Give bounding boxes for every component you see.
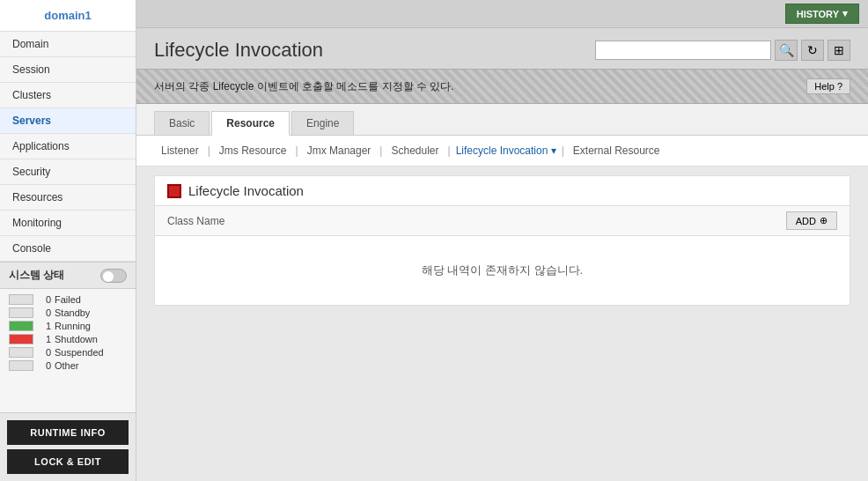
tabs-wrapper: BasicResourceEngine — [136, 104, 868, 136]
status-item-suspended: 0Suspended — [9, 347, 127, 358]
search-input[interactable] — [595, 41, 771, 60]
status-label-suspended: Suspended — [55, 347, 104, 358]
status-label-running: Running — [55, 321, 91, 331]
sub-nav-item-jms-resource[interactable]: Jms Resource — [212, 143, 294, 159]
sidebar-item-domain[interactable]: Domain — [0, 32, 136, 57]
tab-resource[interactable]: Resource — [211, 111, 290, 136]
history-button[interactable]: HISTORY ▾ — [785, 4, 859, 24]
sub-nav-separator: | — [206, 144, 212, 157]
chevron-down-icon: ▾ — [842, 8, 848, 19]
add-label: ADD — [796, 216, 816, 226]
sub-nav-separator: | — [294, 144, 300, 157]
status-count-failed: 0 — [39, 294, 51, 305]
sub-nav-item-scheduler[interactable]: Scheduler — [384, 143, 445, 159]
search-button[interactable]: 🔍 — [775, 40, 798, 61]
status-item-running: 1Running — [9, 321, 127, 331]
sidebar-item-session[interactable]: Session — [0, 57, 136, 83]
search-bar: 🔍 ↻ ⊞ — [595, 40, 850, 61]
status-item-failed: 0Failed — [9, 294, 127, 305]
add-button[interactable]: ADD ⊕ — [786, 211, 837, 230]
add-icon: ⊕ — [820, 215, 828, 226]
sidebar-item-servers[interactable]: Servers — [0, 108, 136, 134]
class-name-column: Class Name — [167, 215, 224, 227]
status-count-shutdown: 1 — [39, 334, 51, 344]
help-button[interactable]: Help ? — [806, 78, 850, 94]
system-status-toggle[interactable] — [100, 269, 127, 283]
default-bar — [9, 360, 33, 371]
refresh-button[interactable]: ↻ — [801, 40, 824, 61]
shutdown-bar — [9, 334, 33, 344]
system-status-header: 시스템 상태 — [0, 262, 136, 289]
sub-nav-separator: | — [446, 144, 452, 157]
status-count-running: 1 — [39, 321, 51, 331]
sub-nav-item-jmx-manager[interactable]: Jmx Manager — [300, 143, 379, 159]
sidebar: domain1 DomainSessionClustersServersAppl… — [0, 0, 136, 481]
status-count-other: 0 — [39, 360, 51, 371]
content-area: Lifecycle Invocation 🔍 ↻ ⊞ 서버의 각종 Lifecy… — [136, 28, 868, 481]
running-bar — [9, 321, 33, 331]
sub-nav-separator: | — [378, 144, 384, 157]
sidebar-nav: DomainSessionClustersServersApplications… — [0, 32, 136, 262]
sidebar-item-resources[interactable]: Resources — [0, 185, 136, 211]
section-title: Lifecycle Invocation — [188, 183, 304, 198]
sub-nav-item-listener[interactable]: Listener — [154, 143, 206, 159]
lifecycle-section: Lifecycle Invocation Class Name ADD ⊕ 해당… — [154, 175, 850, 306]
runtime-info-button[interactable]: RUNTIME INFO — [7, 420, 129, 445]
page-title: Lifecycle Invocation — [154, 39, 323, 62]
table-header-row: Class Name ADD ⊕ — [155, 206, 850, 236]
export-button[interactable]: ⊞ — [828, 40, 850, 61]
main-content: HISTORY ▾ Lifecycle Invocation 🔍 ↻ ⊞ 서버의… — [136, 0, 868, 481]
status-item-standby: 0Standby — [9, 307, 127, 318]
status-list: 0Failed0Standby1Running1Shutdown0Suspend… — [0, 289, 136, 412]
status-label-failed: Failed — [55, 294, 81, 305]
system-status-label: 시스템 상태 — [9, 268, 64, 283]
tab-engine[interactable]: Engine — [291, 111, 354, 135]
history-label: HISTORY — [797, 9, 839, 19]
tab-basic[interactable]: Basic — [154, 111, 210, 135]
section-icon — [167, 184, 181, 198]
status-label-other: Other — [55, 360, 79, 371]
sidebar-item-clusters[interactable]: Clusters — [0, 83, 136, 108]
sidebar-item-applications[interactable]: Applications — [0, 134, 136, 159]
sidebar-item-security[interactable]: Security — [0, 159, 136, 185]
section-header: Lifecycle Invocation — [155, 176, 850, 206]
sub-nav: Listener|Jms Resource|Jmx Manager|Schedu… — [136, 136, 868, 166]
lock-edit-button[interactable]: LOCK & EDIT — [7, 449, 129, 474]
status-label-standby: Standby — [55, 307, 90, 318]
sub-nav-separator: | — [560, 144, 566, 157]
tabs: BasicResourceEngine — [154, 111, 850, 135]
sub-nav-item-lifecycle-invocation[interactable]: Lifecycle Invocation ▾ — [452, 143, 560, 159]
status-count-suspended: 0 — [39, 347, 51, 358]
default-bar — [9, 294, 33, 305]
info-banner: 서버의 각종 Lifecycle 이벤트에 호출할 메소드를 지정할 수 있다.… — [136, 69, 868, 104]
topbar: HISTORY ▾ — [136, 0, 868, 28]
status-label-shutdown: Shutdown — [55, 334, 98, 344]
sidebar-domain[interactable]: domain1 — [0, 0, 136, 32]
default-bar — [9, 347, 33, 358]
sub-nav-item-external-resource[interactable]: External Resource — [566, 143, 667, 159]
info-text: 서버의 각종 Lifecycle 이벤트에 호출할 메소드를 지정할 수 있다. — [154, 79, 454, 94]
status-item-shutdown: 1Shutdown — [9, 334, 127, 344]
sidebar-bottom: RUNTIME INFO LOCK & EDIT — [0, 412, 136, 481]
status-count-standby: 0 — [39, 307, 51, 318]
empty-message: 해당 내역이 존재하지 않습니다. — [155, 236, 850, 305]
page-title-bar: Lifecycle Invocation 🔍 ↻ ⊞ — [136, 28, 868, 69]
sidebar-item-console[interactable]: Console — [0, 236, 136, 262]
default-bar — [9, 307, 33, 318]
status-item-other: 0Other — [9, 360, 127, 371]
sidebar-item-monitoring[interactable]: Monitoring — [0, 211, 136, 236]
